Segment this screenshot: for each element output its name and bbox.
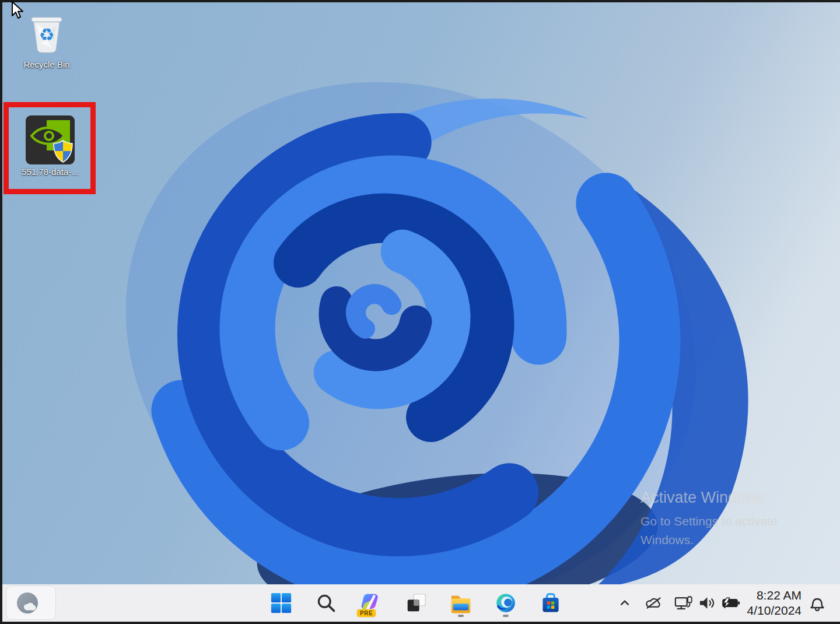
search-icon	[316, 593, 337, 614]
search-button[interactable]	[313, 588, 339, 618]
clock-time: 8:22 AM	[747, 588, 802, 603]
notification-bell-icon	[810, 595, 825, 611]
task-view-icon	[405, 592, 427, 614]
volume-icon	[699, 595, 716, 611]
edge-button[interactable]	[493, 588, 519, 618]
recycle-bin-icon: ♻	[29, 10, 65, 57]
task-view-button[interactable]	[403, 588, 429, 618]
widgets-button[interactable]	[6, 586, 56, 620]
nvidia-installer-label: 551.78-data-...	[22, 167, 79, 177]
edge-icon	[495, 592, 517, 614]
file-explorer-button[interactable]	[448, 588, 474, 618]
desktop-icon-recycle-bin[interactable]: ♻ Recycle Bin	[12, 10, 82, 69]
store-icon	[540, 592, 562, 614]
desktop: ♻ Recycle Bin 551.78-data	[2, 2, 840, 622]
chevron-up-icon	[618, 597, 631, 609]
file-explorer-icon	[449, 591, 473, 615]
wallpaper-bloom	[2, 2, 840, 622]
recycle-bin-label: Recycle Bin	[23, 59, 69, 69]
store-button[interactable]	[538, 588, 564, 618]
svg-text:♻: ♻	[39, 24, 55, 45]
start-icon	[270, 592, 292, 614]
clock-date: 4/10/2024	[747, 603, 802, 618]
desktop-icon-nvidia-installer[interactable]: 551.78-data-...	[15, 115, 85, 177]
network-button[interactable]	[674, 595, 693, 611]
copilot-button[interactable]: PRE	[358, 588, 384, 618]
network-ethernet-icon	[674, 595, 693, 611]
taskbar-clock[interactable]: 8:22 AM 4/10/2024	[747, 588, 802, 618]
onedrive-status-button[interactable]	[645, 596, 663, 610]
taskbar: PRE	[2, 584, 840, 622]
notifications-button[interactable]	[810, 595, 825, 611]
tray-expand-button[interactable]	[618, 597, 631, 609]
taskbar-center: PRE	[268, 584, 564, 622]
weather-widget-icon	[16, 591, 39, 615]
volume-button[interactable]	[699, 595, 716, 611]
nvidia-installer-icon	[26, 115, 75, 164]
battery-button[interactable]	[721, 597, 740, 609]
system-tray: 8:22 AM 4/10/2024	[618, 584, 840, 622]
battery-charging-icon	[721, 597, 740, 609]
start-button[interactable]	[268, 588, 294, 618]
copilot-pre-badge: PRE	[357, 609, 376, 617]
onedrive-offline-icon	[645, 596, 663, 610]
